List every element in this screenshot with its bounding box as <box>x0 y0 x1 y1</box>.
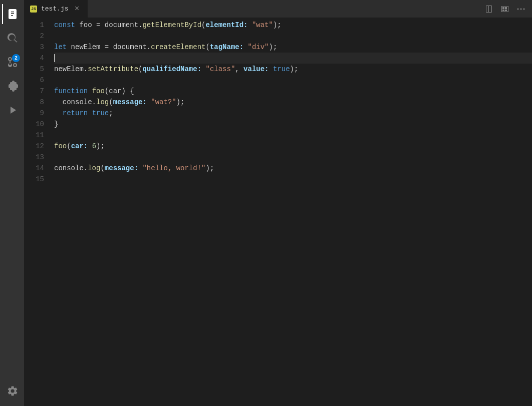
code-line-11 <box>54 130 532 141</box>
split-editor-icon[interactable] <box>482 2 496 16</box>
more-actions-icon[interactable] <box>514 2 528 16</box>
editor-area: JS test.js × 123456789101112131415 const… <box>24 0 532 406</box>
svg-point-2 <box>523 8 525 10</box>
code-line-12: foo(car: 6); <box>54 141 532 152</box>
code-line-5: newElem.setAttribute(qualifiedName: "cla… <box>54 64 532 75</box>
search-icon[interactable] <box>2 28 22 48</box>
svg-point-1 <box>520 8 522 10</box>
line-numbers: 123456789101112131415 <box>24 20 52 406</box>
source-control-badge: 2 <box>12 54 20 62</box>
js-file-icon: JS <box>30 6 37 13</box>
code-line-9: return true; <box>54 108 532 119</box>
code-editor[interactable]: 123456789101112131415 const foo = docume… <box>24 18 532 406</box>
code-content[interactable]: const foo = document.getElementById(elem… <box>52 20 532 406</box>
svg-point-0 <box>517 8 519 10</box>
code-line-13 <box>54 152 532 163</box>
settings-icon[interactable] <box>2 381 22 401</box>
code-line-2 <box>54 31 532 42</box>
code-line-3: let newElem = document.createElement(tag… <box>54 42 532 53</box>
tab-bar: JS test.js × <box>24 0 532 18</box>
activity-bar-bottom <box>2 381 22 406</box>
code-line-14: console.log(message: "hello, world!"); <box>54 163 532 174</box>
explorer-icon[interactable] <box>2 4 22 24</box>
code-line-15 <box>54 174 532 185</box>
tab-label: test.js <box>41 5 69 13</box>
code-line-8: console.log(message: "wat?"); <box>54 97 532 108</box>
code-line-1: const foo = document.getElementById(elem… <box>54 20 532 31</box>
tab-actions <box>482 0 532 18</box>
editor-layout-icon[interactable] <box>498 2 512 16</box>
code-line-6 <box>54 75 532 86</box>
code-line-4 <box>54 53 532 64</box>
activity-bar-top: 2 <box>2 4 22 381</box>
run-icon[interactable] <box>2 100 22 120</box>
tab-close-button[interactable]: × <box>73 5 82 14</box>
code-line-10: } <box>54 119 532 130</box>
code-line-7: function foo(car) { <box>54 86 532 97</box>
tab-test-js[interactable]: JS test.js × <box>24 0 88 18</box>
source-control-icon[interactable]: 2 <box>2 52 22 72</box>
activity-bar: 2 <box>0 0 24 406</box>
extensions-icon[interactable] <box>2 76 22 96</box>
